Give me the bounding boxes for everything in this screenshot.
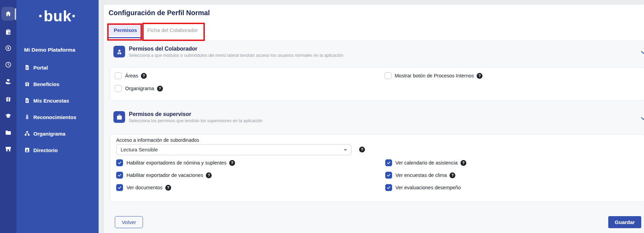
storefront-icon[interactable] (5, 146, 12, 152)
section-title: Permisos de supervisor (129, 111, 262, 117)
buk-logo: ·buk· (16, 8, 99, 25)
help-icon[interactable]: ? (449, 172, 455, 178)
hand-heart-icon[interactable] (5, 78, 12, 85)
medal-icon (24, 114, 30, 120)
sidebar-item-directorio[interactable]: Directorio (16, 142, 99, 158)
sidebar-item-label: Directorio (33, 147, 58, 153)
help-icon[interactable]: ? (157, 86, 163, 92)
checkbox-label: Habilitar exportador de vacaciones (126, 172, 203, 178)
org-chart-icon (24, 130, 30, 137)
help-icon[interactable]: ? (229, 160, 235, 166)
checkbox-label: Ver documentos (126, 185, 163, 190)
document-icon (24, 64, 30, 71)
clock-icon[interactable] (5, 61, 12, 68)
permisos-colaborador-panel: Áreas?Organigrama? Mostrar botón de Proc… (110, 67, 644, 101)
checkbox-label: Mostrar botón de Procesos Internos (395, 73, 474, 78)
sidebar-menu: PortalBeneficiosMis EncuestasReconocimie… (16, 59, 99, 158)
help-icon[interactable]: ? (141, 73, 147, 79)
section-header-permisos-colaborador: Permisos del Colaborador Selecciona a qu… (113, 46, 343, 58)
checkbox[interactable] (385, 159, 392, 166)
sidebar: ·buk· Mi Demo Plataforma PortalBeneficio… (16, 0, 99, 233)
sidebar-item-mis-encuestas[interactable]: Mis Encuestas (16, 92, 99, 109)
checkbox[interactable] (115, 85, 122, 92)
sidebar-item-label: Mis Encuestas (33, 98, 69, 104)
tab-label: Permisos (109, 24, 142, 36)
user-badge-icon (113, 46, 125, 57)
checkbox-row: Habilitar exportador de vacaciones? (116, 172, 377, 179)
checkbox-column-left: Áreas?Organigrama? (115, 72, 376, 92)
checkbox-label: Organigrama (125, 86, 154, 91)
sidebar-item-label: Organigrama (33, 131, 65, 137)
checkbox-column-right: Mostrar botón de Procesos Internos? (376, 72, 638, 92)
checkbox[interactable] (116, 184, 123, 191)
checkbox[interactable] (115, 72, 122, 79)
sidebar-item-reconocimientos[interactable]: Reconocimientos (16, 109, 99, 125)
rail-scroll-indicator (15, 8, 16, 20)
gift-icon[interactable] (5, 96, 12, 103)
folder-icon[interactable] (5, 129, 12, 136)
sidebar-item-organigrama[interactable]: Organigrama (16, 125, 99, 142)
chevron-down-icon[interactable] (640, 49, 644, 56)
sidebar-item-beneficios[interactable]: Beneficios (16, 76, 99, 92)
svg-text:$: $ (7, 46, 9, 50)
sidebar-item-portal[interactable]: Portal (16, 59, 99, 76)
checkbox-row: Áreas? (115, 72, 376, 79)
gift-icon (24, 81, 30, 87)
help-icon[interactable]: ? (477, 73, 482, 79)
checkbox-row: Ver evaluaciones desempeño (385, 184, 638, 191)
checkbox[interactable] (385, 172, 392, 179)
tab-label: Ficha del Colaborador (142, 24, 203, 36)
graduation-cap-icon[interactable] (5, 113, 12, 119)
volver-button[interactable]: Volver (115, 216, 143, 228)
document-icon (24, 97, 30, 104)
checkbox[interactable] (116, 172, 123, 179)
checkbox-label: Ver calendario de asistencia (396, 160, 458, 166)
icon-rail: $ (0, 0, 16, 233)
checkbox[interactable] (116, 159, 123, 166)
checkbox-row: Ver calendario de asistencia? (385, 159, 638, 166)
contact-card-icon (24, 147, 30, 153)
section-header-permisos-supervisor: Permisos de supervisor Selecciona los pe… (113, 111, 262, 123)
checkbox-label: Ver evaluaciones desempeño (396, 185, 461, 190)
sidebar-item-label: Reconocimientos (33, 114, 76, 120)
checkbox-column-left: Habilitar exportadores de nómina y suple… (116, 159, 377, 191)
guardar-button[interactable]: Guardar (608, 216, 641, 228)
chevron-down-icon[interactable] (640, 115, 644, 122)
tab-underline (142, 37, 203, 38)
checkbox[interactable] (385, 72, 391, 79)
caret-down-icon (344, 149, 347, 151)
select-value: Lectura Sensible (121, 147, 158, 152)
money-circle-icon[interactable]: $ (5, 45, 12, 52)
sidebar-item-label: Portal (33, 65, 48, 71)
clipboard-clock-icon[interactable] (5, 29, 12, 35)
tab-ficha-del-colaborador[interactable]: Ficha del Colaborador (142, 24, 203, 38)
checkbox-column-right: Ver calendario de asistencia?Ver encuest… (377, 159, 638, 191)
tab-bar: Permisos Ficha del Colaborador (109, 24, 203, 38)
acceso-subordinados-select[interactable]: Lectura Sensible (116, 144, 352, 155)
briefcase-icon (113, 111, 125, 123)
checkbox-label: Ver encuestas de clima (396, 172, 447, 178)
checkbox-row: Ver encuestas de clima? (385, 172, 638, 179)
checkbox-row: Mostrar botón de Procesos Internos? (385, 72, 638, 79)
help-icon[interactable]: ? (359, 147, 365, 152)
tab-permisos[interactable]: Permisos (109, 24, 142, 38)
section-title: Permisos del Colaborador (129, 46, 343, 52)
checkbox-row: Habilitar exportadores de nómina y suple… (116, 159, 377, 166)
main-area: Configuración de Perfil Normal Permisos … (99, 0, 644, 233)
section-subtitle: Selecciona a que módulos o submódulos de… (129, 53, 343, 58)
checkbox-label: Habilitar exportadores de nómina y suple… (126, 160, 226, 166)
sidebar-item-label: Beneficios (33, 81, 59, 87)
rail-active-item[interactable] (1, 7, 15, 21)
checkbox-label: Áreas (125, 73, 138, 78)
help-icon[interactable]: ? (165, 185, 171, 191)
dropdown-label: Acceso a información de subordinados (116, 137, 199, 143)
help-icon[interactable]: ? (460, 160, 466, 166)
help-icon[interactable]: ? (206, 172, 212, 178)
page-title: Configuración de Perfil Normal (109, 9, 210, 17)
home-icon[interactable] (5, 10, 12, 17)
tab-active-underline (109, 37, 142, 38)
checkbox-row: Organigrama? (115, 85, 376, 92)
checkbox[interactable] (385, 184, 392, 191)
permisos-supervisor-panel: Acceso a información de subordinados Lec… (110, 134, 644, 202)
checkbox-row: Ver documentos? (116, 184, 377, 191)
